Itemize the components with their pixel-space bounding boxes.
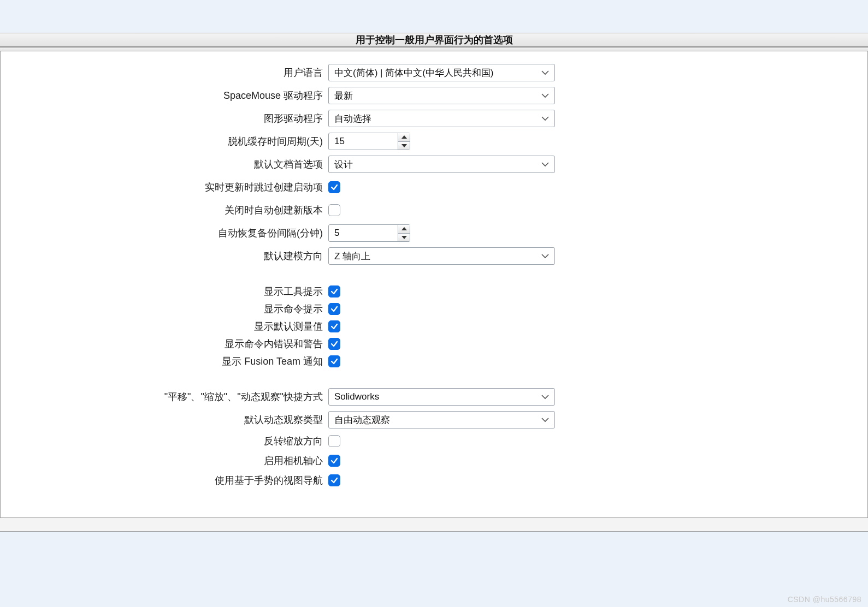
checkbox-reverse-zoom[interactable] [328,435,340,447]
row-fusion-team-notif: 显示 Fusion Team 通知 [1,353,867,370]
checkbox-fusion-team-notif[interactable] [328,355,340,367]
select-graphics-driver-value: 自动选择 [334,112,371,125]
select-default-doc-value: 设计 [334,158,353,171]
row-spacemouse: SpaceMouse 驱动程序 最新 [1,84,867,107]
select-spacemouse-value: 最新 [334,90,353,102]
prefs-header: 用于控制一般用户界面行为的首选项 [0,33,868,47]
row-show-tool-tips: 显示工具提示 [1,283,867,300]
label-show-default-measure: 显示默认测量值 [1,320,328,333]
label-show-command-prompt: 显示命令提示 [1,302,328,316]
row-modeling-orientation: 默认建模方向 Z 轴向上 [1,245,867,267]
spin-down-button[interactable] [398,233,410,242]
row-user-language: 用户语言 中文(简体) | 简体中文(中华人民共和国) [1,61,867,84]
label-show-command-errors: 显示命令内错误和警告 [1,337,328,350]
spin-down-button[interactable] [398,141,410,150]
spin-auto-backup[interactable]: 5 [328,224,410,242]
select-pan-zoom-orbit-value: Solidworks [334,391,379,402]
label-show-tool-tips: 显示工具提示 [1,285,328,298]
label-pan-zoom-orbit: "平移"、"缩放"、"动态观察"快捷方式 [1,390,328,403]
spin-offline-cache[interactable]: 15 [328,133,410,150]
prefs-body: 用户语言 中文(简体) | 简体中文(中华人民共和国) SpaceMouse 驱… [0,51,868,517]
label-spacemouse: SpaceMouse 驱动程序 [1,89,328,102]
row-auto-backup: 自动恢复备份间隔(分钟) 5 [1,222,867,245]
spin-auto-backup-buttons [398,225,410,241]
row-show-default-measure: 显示默认测量值 [1,318,867,335]
chevron-down-icon [541,253,549,259]
row-show-command-prompt: 显示命令提示 [1,300,867,318]
chevron-down-icon [541,417,549,422]
select-default-orbit[interactable]: 自由动态观察 [328,411,555,429]
label-graphics-driver: 图形驱动程序 [1,112,328,125]
checkbox-auto-create-version[interactable] [328,204,340,216]
checkbox-show-command-errors[interactable] [328,338,340,350]
spin-auto-backup-value: 5 [329,228,398,239]
select-default-doc[interactable]: 设计 [328,156,555,173]
label-modeling-orientation: 默认建模方向 [1,249,328,263]
spin-offline-cache-value: 15 [329,136,398,147]
row-reverse-zoom: 反转缩放方向 [1,431,867,451]
label-gesture-nav: 使用基于手势的视图导航 [1,474,328,487]
row-gesture-nav: 使用基于手势的视图导航 [1,471,867,490]
spin-up-button[interactable] [398,133,410,141]
row-offline-cache: 脱机缓存时间周期(天) 15 [1,130,867,153]
checkbox-skip-create-startup[interactable] [328,181,340,193]
prefs-subheader-bar [0,47,868,51]
select-graphics-driver[interactable]: 自动选择 [328,110,555,127]
checkbox-show-command-prompt[interactable] [328,303,340,315]
label-auto-create-version: 关闭时自动创建新版本 [1,204,328,217]
chevron-down-icon [541,162,549,167]
row-graphics-driver: 图形驱动程序 自动选择 [1,107,867,130]
select-default-orbit-value: 自由动态观察 [334,414,390,426]
chevron-down-icon [541,394,549,400]
select-user-language-value: 中文(简体) | 简体中文(中华人民共和国) [334,67,494,79]
chevron-down-icon [541,116,549,121]
row-camera-pivot: 启用相机轴心 [1,451,867,471]
checkbox-show-tool-tips[interactable] [328,285,340,297]
label-offline-cache: 脱机缓存时间周期(天) [1,135,328,148]
watermark-text: CSDN @hu5566798 [788,595,861,604]
checkbox-gesture-nav[interactable] [328,474,340,486]
row-default-doc: 默认文档首选项 设计 [1,153,867,176]
label-default-orbit: 默认动态观察类型 [1,413,328,426]
select-modeling-orientation[interactable]: Z 轴向上 [328,247,555,265]
row-pan-zoom-orbit: "平移"、"缩放"、"动态观察"快捷方式 Solidworks [1,385,867,408]
section-gap [1,267,867,283]
spin-up-button[interactable] [398,225,410,233]
label-camera-pivot: 启用相机轴心 [1,454,328,467]
row-skip-create-startup: 实时更新时跳过创建启动项 [1,176,867,199]
spin-offline-cache-buttons [398,133,410,150]
section-gap [1,370,867,385]
row-auto-create-version: 关闭时自动创建新版本 [1,199,867,222]
select-user-language[interactable]: 中文(简体) | 简体中文(中华人民共和国) [328,64,555,81]
row-show-command-errors: 显示命令内错误和警告 [1,335,867,353]
select-spacemouse[interactable]: 最新 [328,87,555,104]
chevron-down-icon [541,70,549,75]
checkbox-camera-pivot[interactable] [328,455,340,467]
label-reverse-zoom: 反转缩放方向 [1,435,328,448]
row-default-orbit: 默认动态观察类型 自由动态观察 [1,408,867,431]
label-default-doc: 默认文档首选项 [1,158,328,171]
prefs-title: 用于控制一般用户界面行为的首选项 [356,33,513,46]
label-user-language: 用户语言 [1,66,328,79]
select-pan-zoom-orbit[interactable]: Solidworks [328,388,555,406]
label-skip-create-startup: 实时更新时跳过创建启动项 [1,181,328,194]
chevron-down-icon [541,93,549,98]
checkbox-show-default-measure[interactable] [328,320,340,332]
label-fusion-team-notif: 显示 Fusion Team 通知 [1,355,328,368]
select-modeling-orientation-value: Z 轴向上 [334,250,370,263]
prefs-footer-bar [0,517,868,532]
label-auto-backup: 自动恢复备份间隔(分钟) [1,227,328,240]
